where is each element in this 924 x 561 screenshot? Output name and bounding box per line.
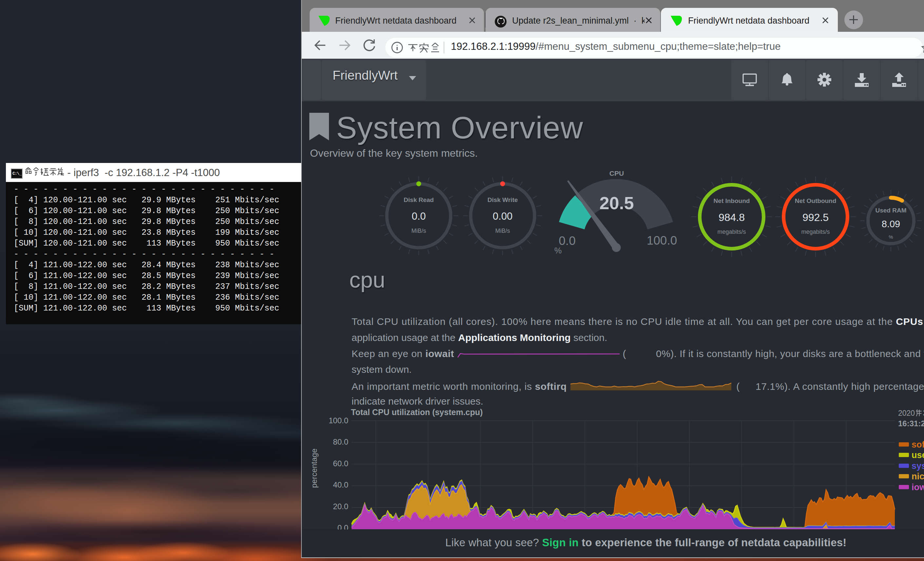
svg-text:MiB/s: MiB/s (495, 227, 510, 234)
svg-text:0.00: 0.00 (493, 211, 513, 222)
svg-text:%: % (554, 246, 562, 255)
svg-text:100.0: 100.0 (647, 234, 677, 247)
svg-text:984.8: 984.8 (718, 212, 745, 223)
svg-text:20.5: 20.5 (599, 193, 634, 213)
svg-text:megabits/s: megabits/s (801, 229, 830, 235)
svg-text:megabits/s: megabits/s (717, 229, 746, 235)
svg-text:MiB/s: MiB/s (411, 227, 426, 234)
svg-text:Net Outbound: Net Outbound (795, 197, 837, 204)
svg-text:Disk Write: Disk Write (488, 196, 518, 203)
svg-text:Net Inbound: Net Inbound (714, 197, 750, 204)
svg-text:%: % (889, 234, 893, 240)
svg-text:0.0: 0.0 (559, 234, 575, 248)
svg-text:992.5: 992.5 (802, 212, 829, 223)
svg-text:Used RAM: Used RAM (875, 207, 906, 214)
svg-text:CPU: CPU (609, 170, 624, 177)
svg-text:0.0: 0.0 (411, 211, 426, 222)
svg-text:8.09: 8.09 (882, 219, 900, 229)
svg-text:Disk Read: Disk Read (404, 196, 434, 203)
